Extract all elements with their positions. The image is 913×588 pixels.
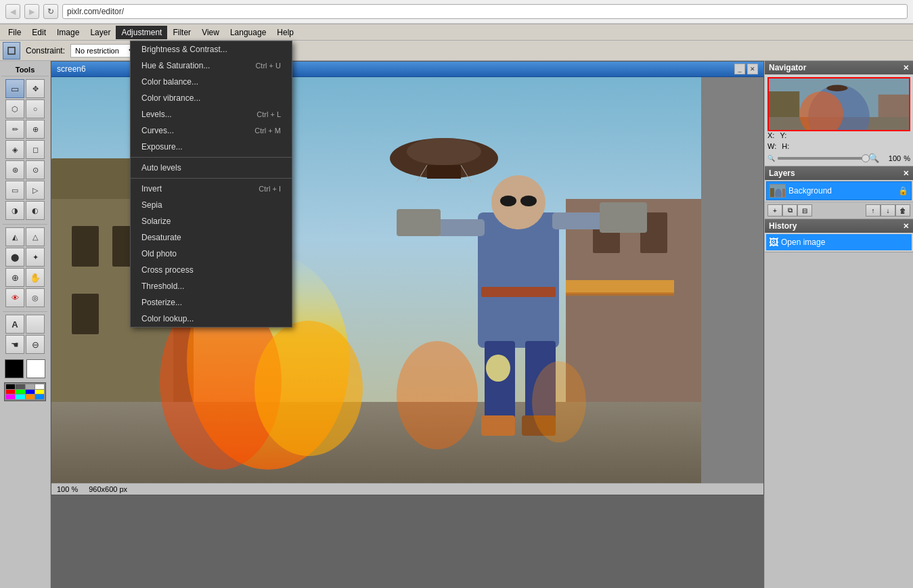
- address-bar[interactable]: pixlr.com/editor/: [62, 4, 908, 19]
- sponge-tool[interactable]: ◎: [26, 288, 45, 307]
- eyedropper-tool[interactable]: ⊕: [26, 120, 45, 139]
- freeform-lasso-tool[interactable]: ○: [26, 99, 45, 118]
- url-text: pixlr.com/editor/: [67, 7, 124, 16]
- background-color[interactable]: [26, 359, 45, 378]
- lasso-tool[interactable]: ⬡: [5, 99, 24, 118]
- layers-delete-btn[interactable]: 🗑: [895, 204, 910, 217]
- dd-auto-levels[interactable]: Auto levels: [131, 160, 292, 176]
- navigator-title-bar: Navigator ✕: [765, 61, 913, 74]
- menu-edit[interactable]: Edit: [26, 26, 51, 39]
- menu-adjustment[interactable]: Adjustment: [116, 26, 167, 39]
- svg-point-43: [826, 85, 847, 92]
- dd-curves[interactable]: Curves... Ctrl + M: [131, 122, 292, 139]
- menu-file[interactable]: File: [3, 26, 26, 39]
- pencil-tool[interactable]: ✏: [5, 120, 24, 139]
- refresh-button[interactable]: ↻: [43, 4, 58, 19]
- heal-tool[interactable]: ⊙: [26, 160, 45, 179]
- move-tool[interactable]: ✥: [26, 79, 45, 98]
- crop-tool-btn[interactable]: [3, 42, 20, 60]
- dd-color-balance[interactable]: Color balance...: [131, 74, 292, 90]
- dd-exposure[interactable]: Exposure...: [131, 139, 292, 155]
- bucket-fill-tool[interactable]: △: [26, 227, 45, 246]
- history-open-label: Open image: [781, 238, 825, 247]
- constraint-select[interactable]: No restriction: [70, 44, 138, 58]
- burn-tool[interactable]: ◐: [26, 201, 45, 220]
- blur-tool[interactable]: ⬤: [5, 248, 24, 267]
- menu-layer[interactable]: Layer: [85, 26, 116, 39]
- history-item-open-image[interactable]: 🖼 Open image: [766, 234, 912, 250]
- menu-filter[interactable]: Filter: [167, 26, 196, 39]
- marquee-tool[interactable]: ▭: [5, 79, 24, 98]
- navigator-preview: [767, 77, 910, 131]
- dd-old-photo[interactable]: Old photo: [131, 246, 292, 262]
- nav-zoom-pct: %: [904, 154, 910, 162]
- dd-color-lookup[interactable]: Color lookup...: [131, 311, 292, 327]
- dd-cross-process-label: Cross process: [141, 265, 194, 275]
- color-grid[interactable]: [4, 382, 46, 401]
- back-button[interactable]: ◀: [5, 4, 20, 19]
- hand-tool[interactable]: ✋: [26, 268, 45, 287]
- tool-row-8: ◭ △: [1, 227, 49, 246]
- sharpen-tool[interactable]: ✦: [26, 248, 45, 267]
- nav-zoom-row: 🔍 🔍 100 %: [767, 153, 910, 163]
- dd-invert[interactable]: Invert Ctrl + I: [131, 181, 292, 197]
- dd-sepia[interactable]: Sepia: [131, 197, 292, 213]
- gc1: [6, 384, 15, 389]
- brush-tool[interactable]: ◈: [5, 140, 24, 159]
- nav-zoom-thumb[interactable]: [862, 154, 870, 162]
- dd-brightness-contrast[interactable]: Brightness & Contrast...: [131, 41, 292, 58]
- layer-thumb-image: [770, 185, 785, 197]
- layers-move-down-btn[interactable]: ↓: [881, 204, 895, 217]
- layer-item-background[interactable]: Background 🔒: [766, 181, 912, 200]
- layers-move-up-btn[interactable]: ↑: [866, 204, 881, 217]
- foreground-color[interactable]: [5, 359, 24, 378]
- canvas-close-btn[interactable]: ✕: [747, 64, 758, 74]
- menu-view[interactable]: View: [196, 26, 225, 39]
- zoom-tool[interactable]: ⊕: [5, 268, 24, 287]
- dd-threshold[interactable]: Threshold...: [131, 278, 292, 294]
- history-close-btn[interactable]: ✕: [903, 222, 909, 231]
- dodge-tool[interactable]: ◑: [5, 201, 24, 220]
- dd-curves-shortcut: Ctrl + M: [254, 127, 281, 135]
- tool-separator-1: [3, 224, 47, 225]
- canvas-dimensions-display: 960x600 px: [89, 485, 127, 493]
- dd-cross-process[interactable]: Cross process: [131, 262, 292, 278]
- menu-language[interactable]: Language: [225, 26, 271, 39]
- layers-title: Layers: [769, 168, 795, 178]
- forward-button[interactable]: ▶: [24, 4, 39, 19]
- layers-merge-btn[interactable]: ⊟: [797, 204, 812, 217]
- nav-y-label: Y:: [780, 131, 786, 139]
- tool-row-5: ⊛ ⊙: [1, 160, 49, 179]
- dd-solarize[interactable]: Solarize: [131, 213, 292, 229]
- svg-rect-45: [770, 188, 774, 198]
- dd-threshold-label: Threshold...: [141, 281, 184, 291]
- ellipse-tool[interactable]: ▷: [26, 181, 45, 200]
- zoom-out-tool[interactable]: ⊖: [26, 335, 45, 354]
- tools-panel: Tools ▭ ✥ ⬡ ○ ✏ ⊕ ◈ ◻ ⊛ ⊙ ▭: [0, 61, 51, 588]
- tool-row-7: ◑ ◐: [1, 201, 49, 220]
- layer-name: Background: [788, 186, 895, 196]
- dd-hue-saturation[interactable]: Hue & Saturation... Ctrl + U: [131, 58, 292, 74]
- navigator-close-btn[interactable]: ✕: [903, 64, 909, 72]
- layers-close-btn[interactable]: ✕: [903, 169, 909, 178]
- dd-color-vibrance[interactable]: Color vibrance...: [131, 90, 292, 106]
- layers-duplicate-btn[interactable]: ⧉: [782, 204, 797, 217]
- clone-tool[interactable]: ⊛: [5, 160, 24, 179]
- dd-posterize[interactable]: Posterize...: [131, 294, 292, 311]
- rectangle-tool[interactable]: ▭: [5, 181, 24, 200]
- text-tool[interactable]: A: [5, 315, 24, 334]
- gc3: [26, 384, 35, 389]
- layers-add-group-btn[interactable]: +: [767, 204, 782, 217]
- browser-chrome: ◀ ▶ ↻ pixlr.com/editor/: [0, 0, 913, 24]
- dd-desaturate[interactable]: Desaturate: [131, 229, 292, 246]
- eraser-tool[interactable]: ◻: [26, 140, 45, 159]
- canvas-minimize-btn[interactable]: _: [734, 64, 745, 74]
- pan-tool[interactable]: ☚: [5, 335, 24, 354]
- menu-image[interactable]: Image: [51, 26, 85, 39]
- nav-zoom-slider[interactable]: [778, 157, 866, 160]
- dd-levels[interactable]: Levels... Ctrl + L: [131, 106, 292, 122]
- dd-separator-2: [131, 178, 292, 179]
- gradient-tool[interactable]: ◭: [5, 227, 24, 246]
- red-eye-tool[interactable]: 👁: [5, 288, 24, 307]
- menu-help[interactable]: Help: [271, 26, 299, 39]
